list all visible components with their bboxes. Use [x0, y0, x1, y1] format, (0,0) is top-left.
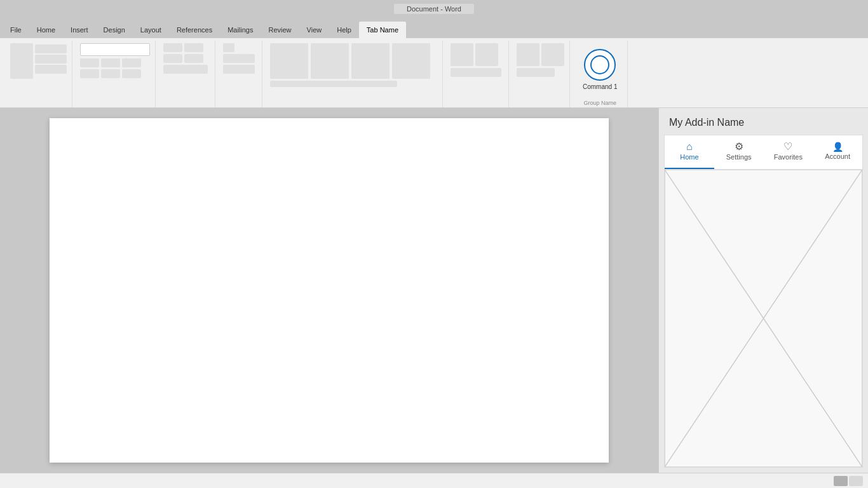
ribbon-tab-references[interactable]: References	[169, 22, 220, 38]
ribbon-tab-review[interactable]: Review	[261, 22, 299, 38]
addin-content: ⌂ Home ⚙ Settings ♡ Favorites 👤 Account	[664, 135, 863, 468]
addin-placeholder-content	[665, 170, 862, 467]
home-icon: ⌂	[686, 142, 693, 152]
addin-nav-favorites[interactable]: ♡ Favorites	[764, 135, 813, 169]
addin-nav-account[interactable]: 👤 Account	[813, 135, 862, 169]
ribbon-group-6	[445, 41, 509, 107]
ribbon-tab-file[interactable]: File	[3, 22, 29, 38]
addin-nav-home[interactable]: ⌂ Home	[665, 135, 714, 169]
addin-panel: My Add-in Name ⌂ Home ⚙ Settings ♡ Favor…	[658, 108, 868, 473]
ribbon-tab-design[interactable]: Design	[96, 22, 133, 38]
document-area	[0, 108, 658, 473]
ribbon-tab-tab-name[interactable]: Tab Name	[359, 22, 406, 38]
ribbon-group-5	[265, 41, 443, 107]
account-icon: 👤	[832, 142, 843, 151]
ribbon-group-4	[218, 41, 262, 107]
title-bar: Document - Word	[0, 0, 868, 18]
status-bar	[0, 473, 868, 488]
ribbon-group-3	[158, 41, 215, 107]
addin-nav-settings[interactable]: ⚙ Settings	[714, 135, 764, 169]
addin-nav-home-label: Home	[680, 153, 698, 161]
settings-icon: ⚙	[735, 142, 743, 152]
favorites-icon: ♡	[783, 142, 792, 152]
addin-nav-account-label: Account	[825, 152, 850, 160]
command1-group-label: Group Name	[573, 100, 627, 106]
addin-nav-favorites-label: Favorites	[774, 153, 803, 161]
addin-nav-settings-label: Settings	[726, 153, 752, 161]
command1-label: Command 1	[583, 83, 617, 90]
ribbon-tab-home[interactable]: Home	[29, 22, 63, 38]
ribbon-group-1	[5, 41, 72, 107]
normal-view-button[interactable]	[834, 476, 848, 486]
title-bar-text: Document - Word	[394, 4, 474, 14]
ribbon-body: Command 1 Group Name	[0, 38, 868, 108]
view-buttons	[834, 476, 863, 486]
document-page	[50, 118, 609, 463]
ribbon-tab-layout[interactable]: Layout	[133, 22, 169, 38]
ribbon-command-group: Command 1 Group Name	[573, 41, 628, 107]
ribbon-tab-help[interactable]: Help	[329, 22, 359, 38]
ribbon-group-7	[512, 41, 570, 107]
addin-title: My Add-in Name	[659, 108, 868, 135]
ribbon-tab-mailings[interactable]: Mailings	[220, 22, 261, 38]
ribbon-tabs: FileHomeInsertDesignLayoutReferencesMail…	[0, 18, 868, 38]
ribbon-tab-insert[interactable]: Insert	[63, 22, 96, 38]
ribbon-tab-view[interactable]: View	[299, 22, 330, 38]
ribbon-group-2	[75, 41, 156, 107]
addin-nav: ⌂ Home ⚙ Settings ♡ Favorites 👤 Account	[665, 135, 862, 170]
command1-button[interactable]	[584, 49, 616, 81]
reading-view-button[interactable]	[849, 476, 863, 486]
